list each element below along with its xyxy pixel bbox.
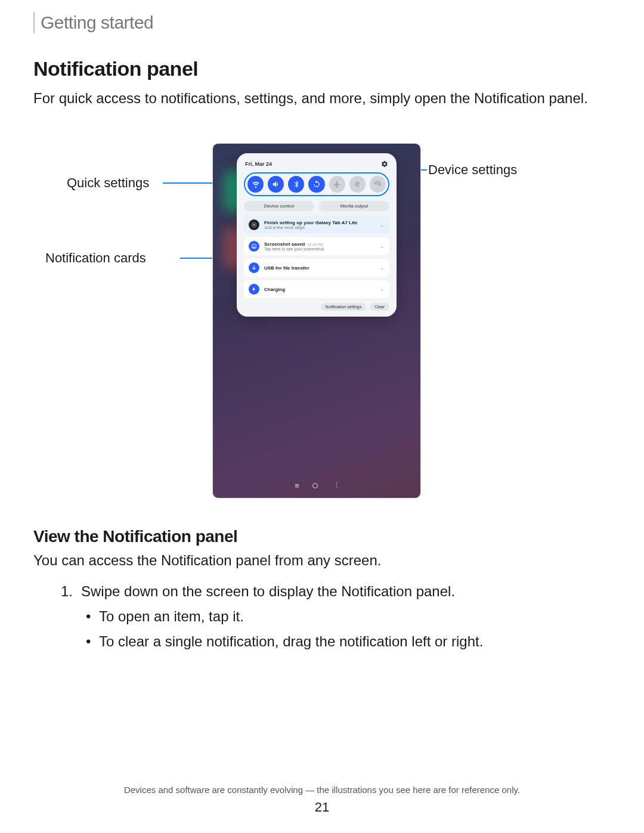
breadcrumb-label: Getting started xyxy=(41,13,153,33)
chevron-down-icon[interactable]: ⌄ xyxy=(380,265,385,271)
image-icon xyxy=(249,241,259,252)
media-output-button[interactable]: Media output xyxy=(319,201,389,211)
callout-quick-settings: Quick settings xyxy=(67,175,149,191)
intro-text: For quick access to notifications, setti… xyxy=(33,89,611,107)
breadcrumb: Getting started xyxy=(33,12,611,33)
step-text: Swipe down on the screen to display the … xyxy=(81,583,455,600)
step-number: 1. xyxy=(61,583,73,600)
bullet-item: To clear a single notification, drag the… xyxy=(86,633,611,650)
android-navbar: ≡ 〈 xyxy=(213,480,420,491)
svg-point-0 xyxy=(253,224,255,226)
shade-date: Fri, Mar 24 xyxy=(245,161,272,167)
volume-icon[interactable] xyxy=(268,176,284,193)
footer-note: Devices and software are constantly evol… xyxy=(0,785,644,795)
callout-notification-cards: Notification cards xyxy=(45,250,146,266)
notification-settings-button[interactable]: Notification settings xyxy=(321,303,367,311)
notification-subtitle: Just a few more steps xyxy=(264,225,357,230)
notification-card[interactable]: Charging ⌄ xyxy=(244,280,389,298)
breadcrumb-divider xyxy=(33,12,35,33)
notification-title: Charging xyxy=(264,287,285,292)
chevron-down-icon[interactable]: ⌄ xyxy=(380,222,385,228)
notification-card[interactable]: Screenshot saved12:13 PM Tap here to see… xyxy=(244,237,389,255)
hotspot-icon[interactable] xyxy=(370,176,386,193)
notification-list: Finish setting up your Galaxy Tab A7 Lit… xyxy=(244,216,389,298)
section-lead: You can access the Notification panel fr… xyxy=(33,552,611,569)
section-heading: View the Notification panel xyxy=(33,527,611,546)
callout-device-settings: Device settings xyxy=(428,162,517,178)
page-title: Notification panel xyxy=(33,57,611,80)
svg-point-2 xyxy=(253,245,253,246)
clear-button[interactable]: Clear xyxy=(370,303,389,311)
notification-subtitle: Tap here to see your screenshot. xyxy=(264,247,325,251)
data-icon[interactable] xyxy=(349,176,366,193)
usb-icon xyxy=(249,262,259,273)
chevron-down-icon[interactable]: ⌄ xyxy=(380,243,385,249)
gear-icon[interactable] xyxy=(381,160,388,168)
recents-icon[interactable]: ≡ xyxy=(295,481,299,490)
notification-card[interactable]: USB for file transfer ⌄ xyxy=(244,259,389,277)
chevron-down-icon[interactable]: ⌄ xyxy=(380,286,385,292)
notification-shade: Fri, Mar 24 Device control Media output xyxy=(237,153,397,317)
bolt-icon xyxy=(249,284,259,295)
page-number: 21 xyxy=(0,800,644,815)
notification-title: Screenshot saved12:13 PM xyxy=(264,241,325,247)
bluetooth-icon[interactable] xyxy=(288,176,304,193)
notification-title: USB for file transfer xyxy=(264,265,309,271)
device-frame: Fri, Mar 24 Device control Media output xyxy=(212,143,421,498)
rotate-icon[interactable] xyxy=(308,176,324,193)
bullet-item: To open an item, tap it. xyxy=(86,608,611,625)
segment-row: Device control Media output xyxy=(244,201,389,211)
diagram: Quick settings Notification cards Device… xyxy=(33,143,611,513)
wifi-icon[interactable] xyxy=(247,176,264,193)
ordered-list: 1. Swipe down on the screen to display t… xyxy=(33,583,611,650)
gear-icon xyxy=(249,219,259,230)
device-control-button[interactable]: Device control xyxy=(244,201,314,211)
notification-title: Finish setting up your Galaxy Tab A7 Lit… xyxy=(264,220,357,225)
airplane-icon[interactable] xyxy=(329,176,345,193)
quick-settings-row xyxy=(244,172,389,196)
back-icon[interactable]: 〈 xyxy=(331,480,339,491)
notification-card[interactable]: Finish setting up your Galaxy Tab A7 Lit… xyxy=(244,216,389,234)
home-icon[interactable] xyxy=(312,483,318,488)
